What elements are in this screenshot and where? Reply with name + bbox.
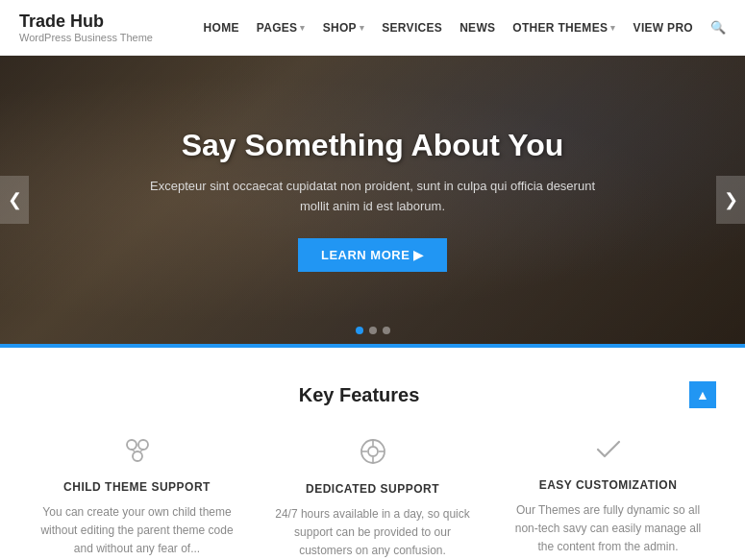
child-theme-icon — [38, 437, 236, 469]
nav-other-themes[interactable]: OTHER THEMES ▾ — [512, 21, 615, 35]
feature-item-1: DEDICATED SUPPORT 24/7 hours available i… — [264, 437, 481, 560]
hero-title: Say Something About You — [142, 128, 604, 163]
hero-content: Say Something About You Excepteur sint o… — [104, 128, 642, 272]
hero-dots — [356, 327, 390, 334]
shop-arrow: ▾ — [360, 23, 364, 33]
feature-desc-2: Our Themes are fully dynamic so all non-… — [509, 501, 707, 557]
svg-point-2 — [133, 451, 142, 461]
nav-news[interactable]: NEWS — [459, 21, 495, 35]
hero-dot-1[interactable] — [356, 327, 363, 334]
key-features-header: Key Features ▲ — [29, 381, 716, 408]
logo-subtitle: WordPress Business Theme — [19, 32, 153, 43]
key-features-section: Key Features ▲ CHILD THEME SUPPORT You c… — [0, 348, 745, 560]
nav-shop[interactable]: SHOP ▾ — [323, 21, 365, 35]
hero-dot-3[interactable] — [383, 327, 390, 334]
hero-next-button[interactable]: ❯ — [716, 176, 745, 224]
header: Trade Hub WordPress Business Theme HOME … — [0, 0, 745, 56]
main-nav: HOME PAGES ▾ SHOP ▾ SERVICES NEWS OTHER … — [204, 20, 726, 35]
logo-title: Trade Hub — [19, 12, 153, 32]
nav-view-pro[interactable]: VIEW PRO — [633, 21, 693, 35]
feature-item-0: CHILD THEME SUPPORT You can create your … — [29, 437, 245, 560]
other-themes-arrow: ▾ — [610, 23, 615, 33]
pages-arrow: ▾ — [300, 23, 305, 33]
hero-dot-2[interactable] — [369, 327, 377, 334]
feature-item-2: EASY CUSTOMIZATION Our Themes are fully … — [500, 437, 716, 560]
svg-point-0 — [127, 440, 137, 450]
feature-title-2: EASY CUSTOMIZATION — [509, 478, 707, 492]
nav-services[interactable]: SERVICES — [382, 21, 442, 35]
svg-point-6 — [368, 447, 378, 456]
hero-subtitle: Excepteur sint occaecat cupidatat non pr… — [142, 177, 604, 217]
easy-customization-icon — [509, 437, 707, 467]
features-grid: CHILD THEME SUPPORT You can create your … — [29, 437, 716, 560]
hero-prev-button[interactable]: ❮ — [0, 176, 29, 224]
nav-home[interactable]: HOME — [204, 21, 239, 35]
feature-desc-1: 24/7 hours available in a day, so quick … — [274, 505, 471, 560]
feature-desc-0: You can create your own child theme with… — [38, 503, 236, 559]
search-icon[interactable]: 🔍 — [710, 20, 726, 35]
svg-point-1 — [138, 440, 148, 450]
features-scroll-button[interactable]: ▲ — [689, 381, 716, 408]
feature-title-0: CHILD THEME SUPPORT — [38, 480, 236, 494]
nav-pages[interactable]: PAGES ▾ — [257, 21, 306, 35]
key-features-title: Key Features — [29, 384, 689, 406]
logo-area: Trade Hub WordPress Business Theme — [19, 12, 153, 43]
dedicated-support-icon — [274, 437, 471, 471]
feature-title-1: DEDICATED SUPPORT — [274, 482, 471, 496]
hero-section: ❮ Say Something About You Excepteur sint… — [0, 56, 745, 344]
hero-learn-more-button[interactable]: LEARN MORE ▶ — [298, 238, 447, 272]
